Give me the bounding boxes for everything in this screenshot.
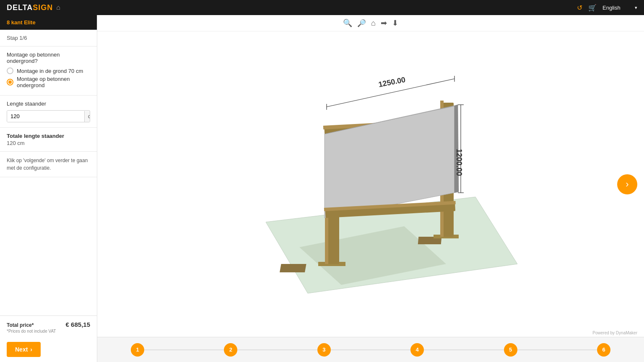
length-unit: cm [84,111,90,122]
mounting-question: Montage op betonnen ondergrond? [7,52,90,64]
step-connector-5 [517,349,597,350]
option-ground[interactable]: Montage in de grond 70 cm [7,67,90,74]
next-button-label: Next [15,346,28,353]
step-bar-track: 1 2 3 4 5 6 [97,343,644,357]
logo-text: DELTASIGN [7,3,53,12]
length-section: Lengte staander cm [0,96,97,128]
step-connector-4 [424,349,504,350]
next-arrow-button[interactable]: › [617,174,637,194]
step-number-1: 1 [136,346,139,353]
width-dimension: 1250.00 [378,75,406,88]
refresh-icon[interactable]: ↺ [577,4,582,12]
step-dot-3[interactable]: 3 [317,343,331,357]
radio-ground[interactable] [7,67,13,74]
sidebar: 8 kant Elite Stap 1/6 Montage op betonne… [0,15,97,362]
step-number-6: 6 [602,346,605,353]
language-dropdown[interactable]: English Nederlands Deutsch [602,5,637,11]
step-dot-6[interactable]: 6 [597,343,610,357]
option-concrete-label: Montage op betonnen ondergrond [17,76,90,88]
product-name: 8 kant Elite [7,19,36,26]
step-connector-2 [237,349,317,350]
step-number-3: 3 [322,346,325,353]
topbar-right: ↺ 🛒 English Nederlands Deutsch [577,4,637,12]
total-label: Totale lengte staander [7,133,90,139]
total-section: Totale lengte staander 120 cm [0,128,97,152]
step-connector-3 [331,349,410,350]
content-area: 🔍 🔎 ⌂ ➡ ⬇ [97,15,644,362]
svg-marker-12 [325,106,454,218]
config-hint: Klik op 'volgende' om verder te gaan met… [7,157,90,172]
next-button-section: Next › [0,339,97,362]
topbar: DELTASIGN ⌂ ↺ 🛒 English Nederlands Deuts… [0,0,644,15]
step-number-4: 4 [416,346,419,353]
download-icon[interactable]: ⬇ [392,18,398,28]
option-ground-label: Montage in de grond 70 cm [17,68,83,74]
main-layout: 8 kant Elite Stap 1/6 Montage op betonne… [0,15,644,362]
sidebar-product-header: 8 kant Elite [0,15,97,30]
viewer-main: 1250.00 1200.00 › Powered by DynaMaker [97,31,644,337]
step-bar: 1 2 3 4 5 6 [97,337,644,362]
language-selector[interactable]: English Nederlands Deutsch [602,5,637,11]
step-dot-4[interactable]: 4 [410,343,424,357]
length-label: Lengte staander [7,101,90,107]
cart-icon[interactable]: 🛒 [588,4,597,12]
step-dot-2[interactable]: 2 [224,343,237,357]
powered-by: Powered by DynaMaker [592,331,637,335]
sign-canvas: 1250.00 1200.00 [97,31,644,337]
price-value: € 685,15 [66,321,90,328]
price-label: Total price* [7,322,34,328]
sidebar-footer: Total price* € 685,15 *Prices do not inc… [0,315,97,339]
radio-concrete[interactable] [7,79,13,85]
step-label: Stap 1/6 [7,35,90,41]
option-concrete[interactable]: Montage op betonnen ondergrond [7,76,90,88]
height-dimension: 1200.00 [455,149,463,176]
step-dot-5[interactable]: 5 [504,343,517,357]
zoom-in-icon[interactable]: 🔍 [343,18,352,28]
length-input-row: cm [7,110,90,122]
viewer-toolbar: 🔍 🔎 ⌂ ➡ ⬇ [97,15,644,31]
length-input[interactable] [7,111,84,122]
total-value: 120 cm [7,140,90,146]
zoom-out-icon[interactable]: 🔎 [357,19,366,28]
step-connector-1 [144,349,224,350]
step-dot-1[interactable]: 1 [131,343,144,357]
sign-3d-svg: 1250.00 1200.00 [203,42,538,327]
home-icon-logo[interactable]: ⌂ [56,4,60,11]
step-section: Stap 1/6 [0,30,97,47]
next-button[interactable]: Next › [7,342,41,357]
price-note: *Prices do not include VAT [7,329,90,334]
home-view-icon[interactable]: ⌂ [371,19,376,28]
step-number-2: 2 [229,346,232,353]
mounting-section: Montage op betonnen ondergrond? Montage … [0,47,97,96]
logo: DELTASIGN ⌂ [7,3,60,12]
next-arrow-icon: › [30,346,32,353]
svg-rect-2 [280,264,306,272]
pan-icon[interactable]: ➡ [381,18,387,28]
hint-section: Klik op 'volgende' om verder te gaan met… [0,152,97,177]
step-number-5: 5 [509,346,512,353]
